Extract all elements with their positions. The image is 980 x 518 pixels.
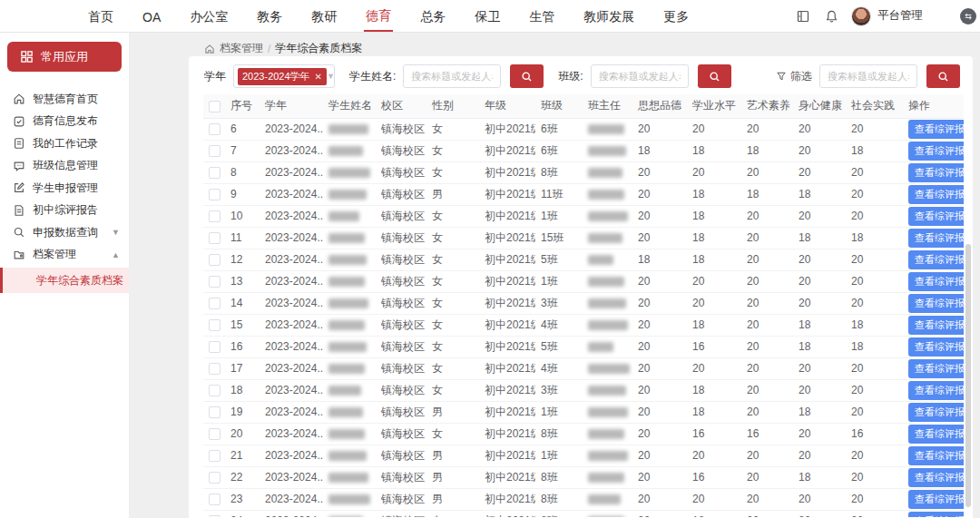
view-report-button[interactable]: 查看综评报告 — [908, 425, 964, 444]
class-search-button[interactable] — [698, 64, 731, 88]
row-checkbox[interactable] — [209, 385, 220, 396]
cell-campus: 镇海校区 — [376, 270, 426, 292]
view-report-button[interactable]: 查看综评报告 — [908, 294, 964, 313]
cell-campus: 镇海校区 — [376, 466, 426, 488]
nav-item[interactable]: 更多 — [662, 2, 691, 31]
row-checkbox[interactable] — [209, 298, 220, 309]
nav-item[interactable]: 总务 — [418, 2, 447, 31]
view-report-button[interactable]: 查看综评报告 — [908, 250, 964, 269]
row-checkbox[interactable] — [209, 428, 220, 440]
sidebar-item[interactable]: 我的工作记录 — [0, 132, 129, 155]
row-checkbox[interactable] — [209, 189, 220, 200]
year-select[interactable]: 2023-2024学年 ✕ ▼ — [233, 64, 335, 88]
common-apps-button[interactable]: 常用应用 — [7, 42, 122, 72]
row-checkbox[interactable] — [209, 232, 220, 244]
cell-health-score: 20 — [793, 445, 846, 466]
sidebar-item[interactable]: 档案管理▲ — [0, 244, 129, 267]
view-report-button[interactable]: 查看综评报告 — [908, 185, 964, 204]
row-checkbox[interactable] — [209, 319, 220, 331]
row-checkbox[interactable] — [209, 123, 220, 135]
cell-campus: 镇海校区 — [376, 314, 426, 336]
student-name-search-button[interactable] — [510, 64, 544, 88]
panel-icon[interactable] — [795, 8, 811, 24]
nav-item[interactable]: 教师发展 — [582, 2, 636, 31]
global-search-input[interactable] — [819, 64, 917, 88]
row-checkbox[interactable] — [209, 515, 220, 517]
row-checkbox[interactable] — [209, 145, 220, 157]
nav-item[interactable]: 办公室 — [188, 2, 230, 31]
vertical-scrollbar[interactable] — [965, 244, 971, 507]
user-avatar[interactable] — [851, 6, 871, 26]
cell-student-name — [323, 161, 376, 183]
username[interactable]: 平台管理 — [877, 8, 923, 24]
view-report-button[interactable]: 查看综评报告 — [908, 229, 964, 248]
view-report-button[interactable]: 查看综评报告 — [908, 490, 964, 509]
row-checkbox[interactable] — [209, 276, 220, 288]
sidebar-subitem-active[interactable]: 学年综合素质档案 — [0, 268, 129, 293]
view-report-button[interactable]: 查看综评报告 — [908, 316, 964, 335]
tag-close-icon[interactable]: ✕ — [315, 72, 322, 82]
cell-action: 查看综评报告 — [903, 466, 964, 488]
blurred-teacher-name — [588, 494, 621, 504]
sidebar-item[interactable]: 德育信息发布 — [0, 111, 129, 133]
cell-action: 查看综评报告 — [903, 249, 964, 270]
view-report-button[interactable]: 查看综评报告 — [908, 163, 964, 182]
collapse-toggle-icon[interactable]: ⇆ — [960, 8, 976, 24]
view-report-button[interactable]: 查看综评报告 — [908, 272, 964, 291]
view-report-button[interactable]: 查看综评报告 — [908, 403, 964, 422]
view-report-button[interactable]: 查看综评报告 — [908, 337, 964, 357]
sidebar-item[interactable]: 申报数据查询▼ — [0, 221, 129, 244]
sidebar-item[interactable]: 学生申报管理 — [0, 177, 129, 200]
row-checkbox[interactable] — [209, 406, 220, 418]
sidebar-item-label: 申报数据查询 — [33, 225, 98, 240]
view-report-button[interactable]: 查看综评报告 — [908, 381, 964, 400]
view-report-button[interactable]: 查看综评报告 — [908, 468, 964, 487]
row-checkbox[interactable] — [209, 494, 220, 505]
row-checkbox[interactable] — [209, 363, 220, 375]
row-checkbox[interactable] — [209, 210, 220, 222]
sidebar-item-label: 学生申报管理 — [33, 181, 98, 196]
nav-item[interactable]: 生管 — [527, 2, 556, 31]
row-checkbox[interactable] — [209, 167, 220, 179]
sidebar-item[interactable]: 智慧德育首页 — [0, 88, 129, 111]
cell-practice-score: 20 — [846, 270, 903, 292]
class-filter-label: 班级: — [558, 69, 583, 84]
sidebar-item[interactable]: 班级信息管理 — [0, 155, 129, 178]
view-report-button[interactable]: 查看综评报告 — [908, 207, 964, 226]
nav-item[interactable]: 教研 — [309, 2, 338, 31]
select-all-checkbox[interactable] — [209, 101, 220, 112]
view-report-button[interactable]: 查看综评报告 — [908, 120, 964, 139]
cell-action: 查看综评报告 — [903, 314, 964, 336]
sidebar-item[interactable]: 初中综评报告 — [0, 200, 129, 222]
cell-class: 11班 — [535, 183, 583, 205]
cell-seq: 23 — [225, 488, 260, 510]
bell-icon[interactable] — [823, 8, 839, 24]
cell-art-score: 20 — [741, 445, 793, 466]
nav-item[interactable]: 保卫 — [473, 2, 502, 31]
column-header: 班级 — [535, 94, 583, 118]
nav-item[interactable]: OA — [141, 3, 162, 30]
row-checkbox[interactable] — [209, 472, 220, 484]
view-report-button[interactable]: 查看综评报告 — [908, 359, 964, 378]
row-checkbox[interactable] — [209, 450, 220, 462]
view-report-button[interactable]: 查看综评报告 — [908, 446, 964, 465]
row-checkbox[interactable] — [209, 341, 220, 353]
cell-art-score: 20 — [741, 357, 793, 379]
global-search-button[interactable] — [926, 64, 960, 88]
nav-item[interactable]: 教务 — [255, 2, 284, 31]
cell-student-name — [323, 379, 376, 401]
filter-toggle[interactable]: 筛选 — [776, 69, 812, 84]
nav-item[interactable]: 德育 — [364, 1, 393, 32]
view-report-button[interactable]: 查看综评报告 — [908, 512, 964, 518]
breadcrumb-first[interactable]: 档案管理 — [220, 41, 263, 56]
cell-gender: 女 — [426, 314, 479, 336]
nav-item[interactable]: 首页 — [86, 2, 115, 31]
view-report-button[interactable]: 查看综评报告 — [908, 142, 964, 161]
row-checkbox[interactable] — [209, 254, 220, 266]
class-input[interactable] — [591, 64, 689, 88]
cell-class: 3班 — [535, 379, 583, 401]
sidebar-item-label: 德育信息发布 — [33, 113, 98, 129]
cell-action: 查看综评报告 — [903, 161, 964, 183]
student-name-input[interactable] — [403, 64, 501, 88]
cell-art-score: 20 — [741, 205, 793, 227]
